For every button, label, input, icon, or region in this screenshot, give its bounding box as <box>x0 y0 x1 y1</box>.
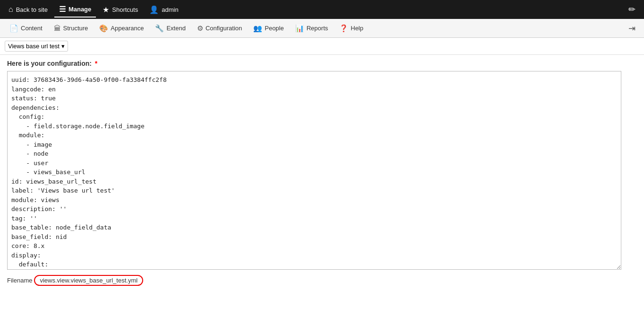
nav-structure-label: Structure <box>63 25 88 32</box>
chevron-down-icon: ▾ <box>61 43 65 50</box>
filename-row: Filename views.view.views_base_url_test.… <box>7 275 637 286</box>
nav-reports-label: Reports <box>307 25 328 32</box>
nav-content[interactable]: 📄 Content <box>4 19 48 37</box>
admin-label: admin <box>162 6 178 13</box>
admin-user-button[interactable]: 👤 admin <box>145 2 183 17</box>
edit-icon[interactable]: ✏ <box>624 1 640 18</box>
nav-configuration[interactable]: ⚙ Configuration <box>191 19 248 37</box>
shortcuts-button[interactable]: ★ Shortcuts <box>98 2 143 17</box>
people-icon: 👥 <box>253 24 262 33</box>
back-to-site-label: Back to site <box>16 6 48 13</box>
extend-icon: 🔧 <box>155 24 164 33</box>
configuration-icon: ⚙ <box>197 24 203 33</box>
breadcrumb-select[interactable]: Views base url test ▾ <box>5 41 68 52</box>
nav-configuration-label: Configuration <box>206 25 242 32</box>
nav-appearance[interactable]: 🎨 Appearance <box>94 19 149 37</box>
nav-appearance-label: Appearance <box>111 25 144 32</box>
nav-content-label: Content <box>21 25 43 32</box>
nav-structure[interactable]: 🏛 Structure <box>48 19 94 37</box>
nav-people[interactable]: 👥 People <box>248 19 289 37</box>
content-icon: 📄 <box>9 24 18 33</box>
filename-label: Filename <box>7 277 32 284</box>
filename-circle: views.view.views_base_url_test.yml <box>34 275 143 286</box>
star-icon: ★ <box>103 5 109 14</box>
shortcuts-label: Shortcuts <box>112 6 138 13</box>
manage-label: Manage <box>69 6 91 13</box>
manage-icon: ☰ <box>59 5 66 14</box>
nav-people-label: People <box>265 25 283 32</box>
nav-extend-label: Extend <box>166 25 185 32</box>
required-marker: * <box>95 60 97 67</box>
sign-out-button[interactable]: ⇥ <box>624 23 640 34</box>
manage-button[interactable]: ☰ Manage <box>54 2 96 18</box>
admin-toolbar: ⌂ Back to site ☰ Manage ★ Shortcuts 👤 ad… <box>0 0 644 19</box>
secondary-nav: 📄 Content 🏛 Structure 🎨 Appearance 🔧 Ext… <box>0 19 644 38</box>
breadcrumb-label: Views base url test <box>8 43 60 50</box>
home-icon: ⌂ <box>9 5 13 14</box>
config-label: Here is your configuration: * <box>7 60 637 67</box>
nav-extend[interactable]: 🔧 Extend <box>149 19 191 37</box>
reports-icon: 📊 <box>295 24 304 33</box>
user-icon: 👤 <box>149 5 159 14</box>
config-textarea[interactable] <box>7 71 621 270</box>
help-icon: ❓ <box>339 24 348 33</box>
nav-help[interactable]: ❓ Help <box>334 19 369 37</box>
main-content: Here is your configuration: * Filename v… <box>0 55 644 291</box>
nav-help-label: Help <box>351 25 363 32</box>
structure-icon: 🏛 <box>54 24 61 32</box>
page-context: Views base url test ▾ <box>0 38 644 55</box>
appearance-icon: 🎨 <box>99 24 108 33</box>
nav-reports[interactable]: 📊 Reports <box>290 19 334 37</box>
back-to-site-button[interactable]: ⌂ Back to site <box>4 2 52 17</box>
filename-value: views.view.views_base_url_test.yml <box>34 275 143 286</box>
